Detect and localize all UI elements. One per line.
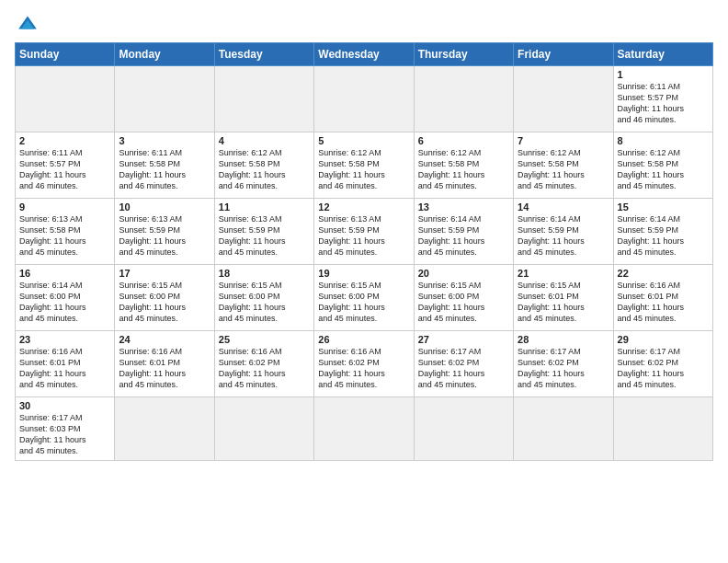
calendar-cell <box>16 66 115 132</box>
calendar-cell: 29Sunrise: 6:17 AM Sunset: 6:02 PM Dayli… <box>613 331 712 397</box>
day-info: Sunrise: 6:15 AM Sunset: 6:00 PM Dayligh… <box>318 280 409 325</box>
day-number: 22 <box>618 268 709 279</box>
weekday-header-sunday: Sunday <box>16 43 115 66</box>
calendar-cell <box>115 397 214 461</box>
calendar-cell: 15Sunrise: 6:14 AM Sunset: 5:59 PM Dayli… <box>613 199 712 265</box>
day-info: Sunrise: 6:15 AM Sunset: 6:00 PM Dayligh… <box>418 280 509 325</box>
day-number: 21 <box>518 268 609 279</box>
calendar-row: 30Sunrise: 6:17 AM Sunset: 6:03 PM Dayli… <box>16 397 713 461</box>
calendar-row: 9Sunrise: 6:13 AM Sunset: 5:58 PM Daylig… <box>16 199 713 265</box>
calendar-cell: 4Sunrise: 6:12 AM Sunset: 5:58 PM Daylig… <box>214 132 313 199</box>
day-info: Sunrise: 6:16 AM Sunset: 6:01 PM Dayligh… <box>19 346 110 391</box>
calendar-cell: 27Sunrise: 6:17 AM Sunset: 6:02 PM Dayli… <box>414 331 513 397</box>
calendar-cell: 3Sunrise: 6:11 AM Sunset: 5:58 PM Daylig… <box>115 132 214 199</box>
calendar-cell: 17Sunrise: 6:15 AM Sunset: 6:00 PM Dayli… <box>115 265 214 331</box>
day-number: 3 <box>119 135 210 146</box>
calendar-cell: 9Sunrise: 6:13 AM Sunset: 5:58 PM Daylig… <box>16 199 115 265</box>
day-info: Sunrise: 6:11 AM Sunset: 5:57 PM Dayligh… <box>618 81 709 126</box>
day-info: Sunrise: 6:13 AM Sunset: 5:58 PM Dayligh… <box>19 213 110 259</box>
calendar-cell: 8Sunrise: 6:12 AM Sunset: 5:58 PM Daylig… <box>613 132 712 199</box>
header <box>15 11 713 37</box>
day-number: 11 <box>219 201 310 213</box>
day-info: Sunrise: 6:11 AM Sunset: 5:57 PM Dayligh… <box>19 147 110 192</box>
day-number: 4 <box>219 135 310 146</box>
calendar-cell: 30Sunrise: 6:17 AM Sunset: 6:03 PM Dayli… <box>16 397 115 461</box>
calendar-cell <box>214 397 313 461</box>
calendar-cell: 28Sunrise: 6:17 AM Sunset: 6:02 PM Dayli… <box>514 331 613 397</box>
day-number: 13 <box>418 201 509 213</box>
weekday-header-thursday: Thursday <box>414 43 513 66</box>
calendar-cell <box>214 66 313 132</box>
calendar-cell <box>414 397 513 461</box>
day-number: 6 <box>418 135 509 146</box>
calendar-cell <box>414 66 513 132</box>
calendar-cell <box>314 66 414 132</box>
weekday-header-monday: Monday <box>115 43 214 66</box>
day-info: Sunrise: 6:11 AM Sunset: 5:58 PM Dayligh… <box>119 147 210 192</box>
calendar-cell: 20Sunrise: 6:15 AM Sunset: 6:00 PM Dayli… <box>414 265 513 331</box>
weekday-header-tuesday: Tuesday <box>214 43 313 66</box>
day-number: 1 <box>618 69 709 80</box>
day-info: Sunrise: 6:13 AM Sunset: 5:59 PM Dayligh… <box>318 213 409 259</box>
day-info: Sunrise: 6:14 AM Sunset: 5:59 PM Dayligh… <box>618 213 709 259</box>
calendar-cell <box>514 397 613 461</box>
day-info: Sunrise: 6:17 AM Sunset: 6:03 PM Dayligh… <box>19 412 110 457</box>
calendar-cell: 2Sunrise: 6:11 AM Sunset: 5:57 PM Daylig… <box>16 132 115 199</box>
page: SundayMondayTuesdayWednesdayThursdayFrid… <box>0 0 728 468</box>
day-number: 7 <box>518 135 609 146</box>
day-number: 2 <box>19 135 110 146</box>
day-number: 27 <box>418 334 509 345</box>
day-info: Sunrise: 6:12 AM Sunset: 5:58 PM Dayligh… <box>418 147 509 192</box>
day-number: 10 <box>119 201 210 213</box>
calendar-cell: 11Sunrise: 6:13 AM Sunset: 5:59 PM Dayli… <box>214 199 313 265</box>
day-info: Sunrise: 6:14 AM Sunset: 5:59 PM Dayligh… <box>418 213 509 259</box>
day-number: 30 <box>19 400 110 411</box>
day-info: Sunrise: 6:16 AM Sunset: 6:01 PM Dayligh… <box>119 346 210 391</box>
calendar-cell: 6Sunrise: 6:12 AM Sunset: 5:58 PM Daylig… <box>414 132 513 199</box>
logo <box>15 11 44 37</box>
calendar-cell: 19Sunrise: 6:15 AM Sunset: 6:00 PM Dayli… <box>314 265 414 331</box>
calendar-row: 1Sunrise: 6:11 AM Sunset: 5:57 PM Daylig… <box>16 66 713 132</box>
day-number: 24 <box>119 334 210 345</box>
weekday-header-saturday: Saturday <box>613 43 712 66</box>
day-info: Sunrise: 6:12 AM Sunset: 5:58 PM Dayligh… <box>518 147 609 192</box>
calendar-cell: 18Sunrise: 6:15 AM Sunset: 6:00 PM Dayli… <box>214 265 313 331</box>
day-info: Sunrise: 6:14 AM Sunset: 6:00 PM Dayligh… <box>19 280 110 325</box>
calendar-cell: 26Sunrise: 6:16 AM Sunset: 6:02 PM Dayli… <box>314 331 414 397</box>
day-info: Sunrise: 6:17 AM Sunset: 6:02 PM Dayligh… <box>618 346 709 391</box>
day-info: Sunrise: 6:15 AM Sunset: 6:00 PM Dayligh… <box>119 280 210 325</box>
day-info: Sunrise: 6:16 AM Sunset: 6:01 PM Dayligh… <box>618 280 709 325</box>
calendar-row: 16Sunrise: 6:14 AM Sunset: 6:00 PM Dayli… <box>16 265 713 331</box>
day-number: 28 <box>518 334 609 345</box>
day-number: 5 <box>318 135 409 146</box>
calendar-cell <box>115 66 214 132</box>
day-info: Sunrise: 6:13 AM Sunset: 5:59 PM Dayligh… <box>119 213 210 259</box>
weekday-header-row: SundayMondayTuesdayWednesdayThursdayFrid… <box>16 43 713 66</box>
day-number: 19 <box>318 268 409 279</box>
day-number: 15 <box>618 201 709 213</box>
calendar-cell <box>613 397 712 461</box>
calendar-row: 2Sunrise: 6:11 AM Sunset: 5:57 PM Daylig… <box>16 132 713 199</box>
day-number: 16 <box>19 268 110 279</box>
calendar-cell: 10Sunrise: 6:13 AM Sunset: 5:59 PM Dayli… <box>115 199 214 265</box>
day-info: Sunrise: 6:16 AM Sunset: 6:02 PM Dayligh… <box>318 346 409 391</box>
day-info: Sunrise: 6:17 AM Sunset: 6:02 PM Dayligh… <box>418 346 509 391</box>
day-info: Sunrise: 6:12 AM Sunset: 5:58 PM Dayligh… <box>318 147 409 192</box>
calendar-cell: 21Sunrise: 6:15 AM Sunset: 6:01 PM Dayli… <box>514 265 613 331</box>
day-number: 25 <box>219 334 310 345</box>
day-info: Sunrise: 6:12 AM Sunset: 5:58 PM Dayligh… <box>618 147 709 192</box>
day-info: Sunrise: 6:17 AM Sunset: 6:02 PM Dayligh… <box>518 346 609 391</box>
day-number: 18 <box>219 268 310 279</box>
weekday-header-wednesday: Wednesday <box>314 43 414 66</box>
day-number: 12 <box>318 201 409 213</box>
day-info: Sunrise: 6:12 AM Sunset: 5:58 PM Dayligh… <box>219 147 310 192</box>
calendar-cell: 5Sunrise: 6:12 AM Sunset: 5:58 PM Daylig… <box>314 132 414 199</box>
day-number: 26 <box>318 334 409 345</box>
calendar-cell <box>514 66 613 132</box>
day-number: 14 <box>518 201 609 213</box>
day-number: 8 <box>618 135 709 146</box>
day-number: 29 <box>618 334 709 345</box>
day-info: Sunrise: 6:16 AM Sunset: 6:02 PM Dayligh… <box>219 346 310 391</box>
calendar-cell: 24Sunrise: 6:16 AM Sunset: 6:01 PM Dayli… <box>115 331 214 397</box>
calendar-row: 23Sunrise: 6:16 AM Sunset: 6:01 PM Dayli… <box>16 331 713 397</box>
